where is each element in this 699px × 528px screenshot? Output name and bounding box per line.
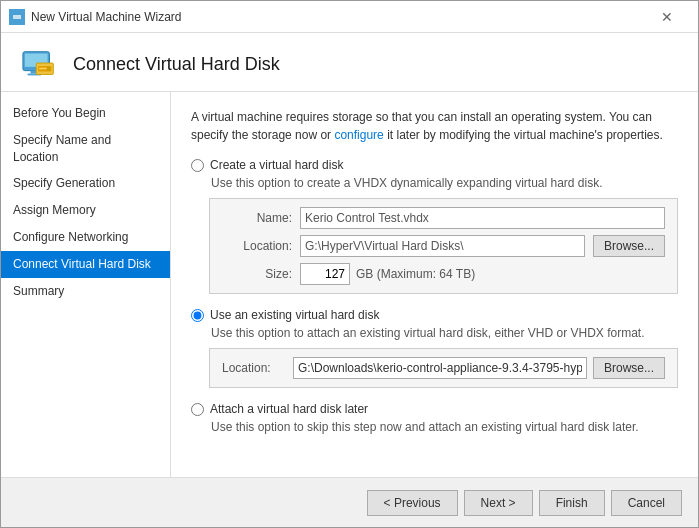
sidebar-item-connect-vhd[interactable]: Connect Virtual Hard Disk xyxy=(1,251,170,278)
option1-group: Create a virtual hard disk Use this opti… xyxy=(191,158,678,294)
sidebar-item-configure-networking[interactable]: Configure Networking xyxy=(1,224,170,251)
main-content: A virtual machine requires storage so th… xyxy=(171,92,698,477)
existing-location-input[interactable] xyxy=(293,357,587,379)
size-input[interactable] xyxy=(300,263,350,285)
cancel-button[interactable]: Cancel xyxy=(611,490,682,516)
option1-label: Create a virtual hard disk xyxy=(210,158,343,172)
option2-description: Use this option to attach an existing vi… xyxy=(211,326,678,340)
option2-label: Use an existing virtual hard disk xyxy=(210,308,379,322)
wizard-sidebar: Before You Begin Specify Name and Locati… xyxy=(1,92,171,477)
option1-radio[interactable] xyxy=(191,159,204,172)
svg-rect-1 xyxy=(13,15,21,19)
sidebar-item-assign-memory[interactable]: Assign Memory xyxy=(1,197,170,224)
app-icon xyxy=(9,9,25,25)
window-title: New Virtual Machine Wizard xyxy=(31,10,182,24)
configure-link[interactable]: configure xyxy=(334,128,383,142)
option3-description: Use this option to skip this step now an… xyxy=(211,420,678,434)
option3-label: Attach a virtual hard disk later xyxy=(210,402,368,416)
option2-radio-label[interactable]: Use an existing virtual hard disk xyxy=(191,308,678,322)
svg-point-8 xyxy=(47,67,51,71)
existing-location-row: Location: Browse... xyxy=(222,357,665,379)
option3-radio[interactable] xyxy=(191,403,204,416)
option1-form: Name: Location: Browse... Size: GB (Maxi… xyxy=(209,198,678,294)
name-input[interactable] xyxy=(300,207,665,229)
option2-group: Use an existing virtual hard disk Use th… xyxy=(191,308,678,388)
location-label: Location: xyxy=(222,239,292,253)
size-controls: GB (Maximum: 64 TB) xyxy=(300,263,475,285)
existing-location-label: Location: xyxy=(222,361,287,375)
sidebar-item-specify-generation[interactable]: Specify Generation xyxy=(1,170,170,197)
wizard-window: New Virtual Machine Wizard ✕ Connect Vir… xyxy=(0,0,699,528)
option2-form: Location: Browse... xyxy=(209,348,678,388)
intro-text: A virtual machine requires storage so th… xyxy=(191,108,678,144)
sidebar-item-specify-name[interactable]: Specify Name and Location xyxy=(1,127,170,171)
wizard-content: Before You Begin Specify Name and Locati… xyxy=(1,92,698,477)
existing-browse-button[interactable]: Browse... xyxy=(593,357,665,379)
sidebar-item-summary[interactable]: Summary xyxy=(1,278,170,305)
close-button[interactable]: ✕ xyxy=(644,7,690,27)
size-row: Size: GB (Maximum: 64 TB) xyxy=(222,263,665,285)
option1-description: Use this option to create a VHDX dynamic… xyxy=(211,176,678,190)
option2-radio[interactable] xyxy=(191,309,204,322)
sidebar-item-before-you-begin[interactable]: Before You Begin xyxy=(1,100,170,127)
location-browse-button[interactable]: Browse... xyxy=(593,235,665,257)
title-bar: New Virtual Machine Wizard ✕ xyxy=(1,1,698,33)
previous-button[interactable]: < Previous xyxy=(367,490,458,516)
option3-radio-label[interactable]: Attach a virtual hard disk later xyxy=(191,402,678,416)
next-button[interactable]: Next > xyxy=(464,490,533,516)
location-input[interactable] xyxy=(300,235,585,257)
option3-group: Attach a virtual hard disk later Use thi… xyxy=(191,402,678,434)
wizard-footer: < Previous Next > Finish Cancel xyxy=(1,477,698,527)
location-row: Location: Browse... xyxy=(222,235,665,257)
wizard-header: Connect Virtual Hard Disk xyxy=(1,33,698,92)
name-label: Name: xyxy=(222,211,292,225)
name-row: Name: xyxy=(222,207,665,229)
size-unit: GB (Maximum: 64 TB) xyxy=(356,267,475,281)
option1-radio-label[interactable]: Create a virtual hard disk xyxy=(191,158,678,172)
header-icon xyxy=(21,49,59,79)
title-bar-left: New Virtual Machine Wizard xyxy=(9,9,182,25)
finish-button[interactable]: Finish xyxy=(539,490,605,516)
svg-rect-9 xyxy=(39,68,47,69)
page-title: Connect Virtual Hard Disk xyxy=(73,54,280,75)
size-label: Size: xyxy=(222,267,292,281)
